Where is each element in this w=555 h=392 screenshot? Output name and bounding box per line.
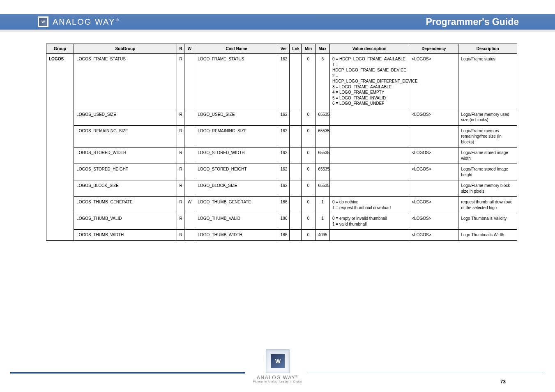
- table-row: LOGOS_THUMB_GENERATERWLOGO_THUMB_GENERAT…: [46, 197, 517, 213]
- brand-icon: W: [38, 16, 48, 27]
- cell-lnk: [290, 197, 301, 213]
- cell-dep: <LOGOS>: [409, 109, 458, 125]
- cell-cmd: LOGO_THUMB_VALID: [195, 213, 278, 230]
- th-sub: SubGroup: [74, 44, 177, 54]
- cell-val: [329, 180, 409, 197]
- cell-desc: Logo Thumbnails Validity: [458, 213, 517, 230]
- cell-desc: Logo Thumbnails Width: [458, 230, 517, 241]
- cell-ver: 162: [278, 164, 289, 180]
- cell-lnk: [290, 213, 301, 230]
- cell-ver: 162: [278, 148, 289, 164]
- page-title: Programmer's Guide: [426, 16, 519, 28]
- cell-max: 6: [315, 54, 330, 109]
- table-row: LOGOS_STORED_WIDTHRLOGO_STORED_WIDTH1620…: [46, 148, 517, 164]
- cell-desc: Logo/Frame stored image width: [458, 148, 517, 164]
- cell-max: 65535: [315, 148, 330, 164]
- cell-r: R: [177, 109, 184, 125]
- cell-cmd: LOGO_STORED_HEIGHT: [195, 164, 278, 180]
- header-subband: [0, 30, 555, 32]
- cell-sub: LOGOS_USED_SIZE: [74, 109, 177, 125]
- cell-min: 0: [301, 164, 315, 180]
- cell-sub: LOGOS_REMAINING_SIZE: [74, 125, 177, 148]
- page-number: 73: [500, 379, 506, 385]
- cell-sub: LOGOS_BLOCK_SIZE: [74, 180, 177, 197]
- cell-r: R: [177, 164, 184, 180]
- reg-mark: ®: [116, 18, 120, 22]
- cell-min: 0: [301, 180, 315, 197]
- cell-desc: Logo/Frame memory remaining/free size (i…: [458, 125, 517, 148]
- cell-min: 0: [301, 109, 315, 125]
- th-min: Min: [301, 44, 315, 54]
- cell-sub: LOGOS_STORED_WIDTH: [74, 148, 177, 164]
- cell-cmd: LOGO_BLOCK_SIZE: [195, 180, 278, 197]
- brand-text: ANALOG WAY®: [53, 17, 120, 27]
- cell-ver: 186: [278, 197, 289, 213]
- cell-max: 65535: [315, 109, 330, 125]
- cell-dep: <LOGOS>: [409, 230, 458, 241]
- table-body: LOGOSLOGOS_FRAME_STATUSRLOGO_FRAME_STATU…: [46, 54, 517, 241]
- footer-tagline: Pioneer in Analog, Leader in Digital: [253, 380, 302, 383]
- table-row: LOGOS_REMAINING_SIZERLOGO_REMAINING_SIZE…: [46, 125, 517, 148]
- cell-w: [184, 54, 195, 109]
- cell-min: 0: [301, 125, 315, 148]
- footer-divider: [0, 372, 555, 374]
- cell-sub: LOGOS_THUMB_GENERATE: [74, 197, 177, 213]
- cell-desc: request thumbnail download of the select…: [458, 197, 517, 213]
- cell-sub: LOGOS_THUMB_WIDTH: [74, 230, 177, 241]
- cell-r: R: [177, 180, 184, 197]
- header-bar: W ANALOG WAY® Programmer's Guide: [0, 14, 555, 30]
- th-r: R: [177, 44, 184, 54]
- cell-w: [184, 213, 195, 230]
- cell-dep: [409, 180, 458, 197]
- table-row: LOGOS_THUMB_VALIDRLOGO_THUMB_VALID186010…: [46, 213, 517, 230]
- cell-lnk: [290, 164, 301, 180]
- cell-max: 65535: [315, 164, 330, 180]
- th-desc: Description: [458, 44, 517, 54]
- table-row: LOGOS_USED_SIZERLOGO_USED_SIZE162065535<…: [46, 109, 517, 125]
- cell-dep: <LOGOS>: [409, 164, 458, 180]
- cell-sub: LOGOS_THUMB_VALID: [74, 213, 177, 230]
- cell-val: [329, 164, 409, 180]
- cell-cmd: LOGO_REMAINING_SIZE: [195, 125, 278, 148]
- cell-w: [184, 230, 195, 241]
- cell-w: W: [184, 197, 195, 213]
- cell-r: R: [177, 213, 184, 230]
- th-val: Value description: [329, 44, 409, 54]
- th-group: Group: [46, 44, 74, 54]
- cell-min: 0: [301, 197, 315, 213]
- cell-dep: <LOGOS>: [409, 148, 458, 164]
- cell-sub: LOGOS_STORED_HEIGHT: [74, 164, 177, 180]
- cell-cmd: LOGO_USED_SIZE: [195, 109, 278, 125]
- cell-cmd: LOGO_THUMB_GENERATE: [195, 197, 278, 213]
- cell-min: 0: [301, 230, 315, 241]
- cell-w: [184, 148, 195, 164]
- cell-max: 65535: [315, 180, 330, 197]
- cell-lnk: [290, 125, 301, 148]
- cell-min: 0: [301, 54, 315, 109]
- brand: W ANALOG WAY®: [38, 16, 120, 27]
- cell-r: R: [177, 125, 184, 148]
- cell-dep: [409, 125, 458, 148]
- cell-w: [184, 164, 195, 180]
- footer-brand: ANALOG WAY®: [257, 375, 298, 380]
- group-cell: LOGOS: [46, 54, 74, 241]
- cell-w: [184, 109, 195, 125]
- cell-sub: LOGOS_FRAME_STATUS: [74, 54, 177, 109]
- cell-desc: Logo/Frame memory used size (in blocks): [458, 109, 517, 125]
- table-row: LOGOS_STORED_HEIGHTRLOGO_STORED_HEIGHT16…: [46, 164, 517, 180]
- command-table: Group SubGroup R W Cmd Name Ver Lnk Min …: [46, 44, 517, 241]
- cell-min: 0: [301, 148, 315, 164]
- cell-ver: 186: [278, 230, 289, 241]
- cell-lnk: [290, 109, 301, 125]
- cell-val: 0 = HDCP_LOGO_FRAME_AVAILABLE1 = HDCP_LO…: [329, 54, 409, 109]
- cell-lnk: [290, 54, 301, 109]
- cell-cmd: LOGO_THUMB_WIDTH: [195, 230, 278, 241]
- cell-cmd: LOGO_STORED_WIDTH: [195, 148, 278, 164]
- cell-ver: 162: [278, 54, 289, 109]
- cell-val: 0 = do nothing1 = request thumbnail down…: [329, 197, 409, 213]
- cell-desc: Logo/Frame memory block size in pixels: [458, 180, 517, 197]
- cell-r: R: [177, 54, 184, 109]
- cell-cmd: LOGO_FRAME_STATUS: [195, 54, 278, 109]
- table-row: LOGOS_BLOCK_SIZERLOGO_BLOCK_SIZE16206553…: [46, 180, 517, 197]
- cell-dep: <LOGOS>: [409, 197, 458, 213]
